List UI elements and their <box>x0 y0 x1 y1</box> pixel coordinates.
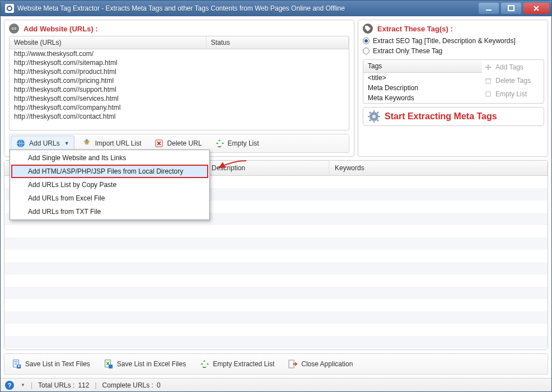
gear-icon <box>368 110 380 123</box>
complete-urls-label: Complete URLs : <box>102 381 153 389</box>
table-row: http://theskysoft.com//support.html <box>10 85 349 94</box>
close-app-button[interactable]: Close Application <box>283 356 358 372</box>
radio-extract-only-these[interactable]: Extract Only These Tag <box>363 46 544 56</box>
tag-icon <box>363 24 373 34</box>
close-button[interactable] <box>523 3 549 14</box>
status-bar: ? ▼ | Total URLs : 112 | Complete URLs :… <box>1 378 551 391</box>
recycle-icon <box>214 138 224 148</box>
empty-list-button[interactable]: Empty List <box>209 136 264 151</box>
app-window: Website Meta Tag Extractor - Extracts Me… <box>0 0 552 392</box>
radio-icon <box>363 48 369 54</box>
menu-add-single-website[interactable]: Add Single Website and Its Links <box>11 151 208 165</box>
col-status[interactable]: Status <box>206 36 348 49</box>
table-row: http://www.theskysoft.com/ <box>10 49 349 58</box>
complete-urls-value: 0 <box>157 381 161 389</box>
help-icon[interactable]: ? <box>5 381 14 390</box>
add-tags-button: Add Tags <box>484 63 541 71</box>
add-website-heading: Add Website (URLs) : <box>24 25 98 33</box>
delete-tags-button: Delete Tags <box>484 77 541 85</box>
recycle-icon <box>199 359 209 369</box>
url-toolbar: Add URLs ▼ Import URL List Delete URL Em… <box>9 134 349 153</box>
svg-rect-1 <box>508 6 514 11</box>
add-website-panel: Add Website (URLs) : Website (URLs) Stat… <box>4 20 354 157</box>
start-extracting-button[interactable]: Start Extracting Meta Tags <box>363 107 544 126</box>
chevron-down-icon: ▼ <box>64 141 69 146</box>
radio-extract-seo[interactable]: Extract SEO Tag [Title, Description & Ke… <box>363 36 544 46</box>
link-icon <box>9 24 19 34</box>
list-item[interactable]: <title> <box>363 73 482 83</box>
svg-rect-11 <box>378 116 380 117</box>
trash-icon <box>484 77 492 85</box>
window-title: Website Meta Tag Extractor - Extracts Me… <box>17 4 479 12</box>
svg-rect-19 <box>109 365 113 368</box>
svg-rect-9 <box>373 120 375 123</box>
list-item[interactable]: Meta Keywords <box>363 93 482 103</box>
url-table[interactable]: Website (URLs) Status http://www.theskys… <box>9 36 349 130</box>
save-text-button[interactable]: Save List in Text Files <box>7 356 95 372</box>
svg-rect-0 <box>486 10 492 11</box>
tags-frame: Tags <title> Meta Description Meta Keywo… <box>363 59 544 104</box>
globe-icon <box>16 138 26 148</box>
menu-add-from-excel[interactable]: Add URLs from Excel File <box>11 192 208 205</box>
add-urls-button[interactable]: Add URLs ▼ <box>11 136 74 151</box>
import-icon <box>82 138 92 148</box>
table-row: http://theskysoft.com//contact.html <box>10 112 349 121</box>
empty-icon <box>484 90 492 98</box>
total-urls-label: Total URLs : <box>38 381 74 389</box>
empty-extracted-button[interactable]: Empty Extracted List <box>194 356 279 372</box>
import-url-list-button[interactable]: Import URL List <box>77 136 147 151</box>
bottom-toolbar: Save List in Text Files Save List in Exc… <box>4 353 548 375</box>
table-row: http://theskysoft.com//company.html <box>10 103 349 112</box>
col-keywords[interactable]: Keywords <box>329 161 548 175</box>
tags-header: Tags <box>363 60 482 73</box>
table-row: http://theskysoft.com//product.html <box>10 67 349 76</box>
save-excel-button[interactable]: Save List in Excel Files <box>99 356 191 372</box>
svg-point-7 <box>372 115 376 118</box>
start-label: Start Extracting Meta Tags <box>385 111 497 122</box>
menu-add-copy-paste[interactable]: Add URLs List by Copy Paste <box>11 178 208 192</box>
delete-icon <box>154 138 164 148</box>
app-icon <box>5 4 14 13</box>
svg-rect-4 <box>486 79 490 83</box>
table-row: http://theskysoft.com//pricing.html <box>10 76 349 85</box>
maximize-button[interactable] <box>501 3 521 14</box>
menu-add-from-txt[interactable]: Add URLs from TXT File <box>11 205 208 218</box>
excel-file-icon <box>104 359 114 369</box>
radio-icon <box>363 38 369 44</box>
svg-rect-5 <box>486 92 490 96</box>
list-item[interactable]: Meta Description <box>363 83 482 93</box>
minimize-button[interactable] <box>479 3 499 14</box>
plus-icon <box>484 63 492 71</box>
table-row: http://theskysoft.com//services.html <box>10 94 349 103</box>
total-urls-value: 112 <box>78 381 89 389</box>
table-row: http://theskysoft.com//sitemap.html <box>10 58 349 67</box>
exit-icon <box>288 359 298 369</box>
extract-tags-heading: Extract These Tag(s) : <box>377 25 453 33</box>
menu-add-local-files[interactable]: Add HTML/ASP/PHP/JSP Files from Local Di… <box>11 165 208 178</box>
empty-tags-button: Empty List <box>484 90 541 98</box>
tags-list[interactable]: Tags <title> Meta Description Meta Keywo… <box>363 60 482 103</box>
add-urls-menu: Add Single Website and Its Links Add HTM… <box>10 150 210 220</box>
delete-url-button[interactable]: Delete URL <box>149 136 207 151</box>
col-website[interactable]: Website (URLs) <box>10 36 206 49</box>
text-file-icon <box>12 359 22 369</box>
chevron-down-icon[interactable]: ▼ <box>21 382 25 388</box>
svg-rect-10 <box>368 116 370 117</box>
svg-rect-8 <box>373 110 375 113</box>
titlebar[interactable]: Website Meta Tag Extractor - Extracts Me… <box>1 1 551 16</box>
col-description[interactable]: Description <box>206 161 329 175</box>
